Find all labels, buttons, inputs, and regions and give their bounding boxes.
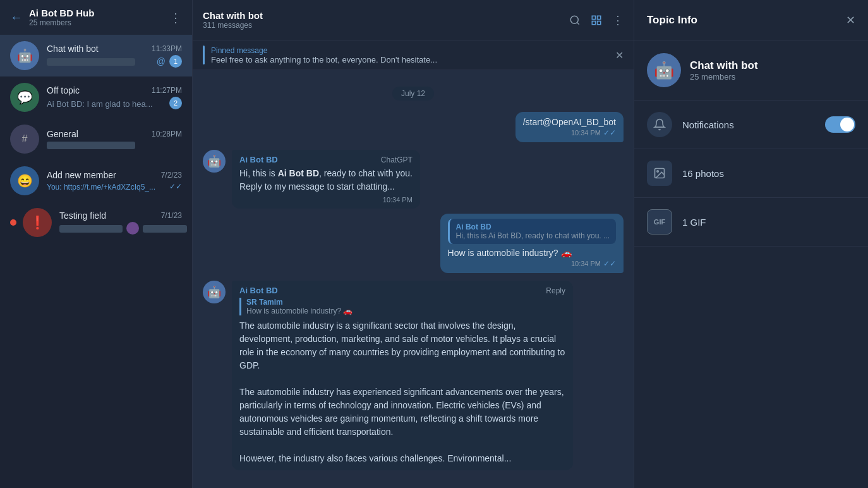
gif-label: 1 GIF <box>682 217 706 228</box>
bell-icon <box>647 112 672 137</box>
sidebar-item-time: 10:28PM <box>152 130 182 138</box>
chat-header-info: Chat with bot 311 messages <box>203 10 569 30</box>
avatar: 🤖 <box>10 41 39 70</box>
reply-button[interactable]: Reply <box>546 286 565 295</box>
chat-messages: July 12 /start@OpenAI_BD_bot 10:34 PM ✓✓… <box>193 70 634 488</box>
sidebar-item-content: Chat with bot 11:33PM @ 1 <box>47 44 182 68</box>
avatar: ❗ <box>23 208 52 237</box>
chat-header: Chat with bot 311 messages ⋮ <box>193 0 634 40</box>
pinned-title: Pinned message <box>211 46 615 55</box>
topic-close-button[interactable]: ✕ <box>846 13 855 27</box>
svg-rect-3 <box>598 16 601 19</box>
layout-button[interactable] <box>591 15 602 26</box>
check-icon: ✓✓ <box>603 128 616 137</box>
sidebar-item-off-topic[interactable]: 💬 Off topic 11:27PM Ai Bot BD: I am glad… <box>0 76 192 118</box>
topic-title: Topic Info <box>647 14 697 27</box>
quote-text: Hi, this is Ai Bot BD, ready to chat wit… <box>456 231 610 240</box>
sidebar-item-name: Add new member <box>47 170 116 180</box>
message-body: The automobile industry is a significant… <box>239 319 565 465</box>
message-bubble: Ai Bot BD Hi, this is Ai Bot BD, ready t… <box>440 214 624 273</box>
avatar: 😄 <box>10 166 39 195</box>
message-text: /start@OpenAI_BD_bot <box>523 117 616 127</box>
chat-main: Chat with bot 311 messages ⋮ Pinned mess… <box>193 0 634 488</box>
photos-icon <box>647 161 672 186</box>
gif-row[interactable]: GIF 1 GIF <box>634 198 868 247</box>
svg-rect-4 <box>592 21 595 24</box>
sidebar-items-list: 🤖 Chat with bot 11:33PM @ 1 <box>0 35 192 488</box>
sidebar-item-time: 11:33PM <box>152 44 182 53</box>
svg-point-7 <box>657 171 659 173</box>
sidebar: ← Ai Bot BD Hub 25 members ⋮ 🤖 Chat with… <box>0 0 193 488</box>
avatar: 🤖 <box>203 150 226 173</box>
reply-preview: SR Tamim How is automobile industry? 🚗 <box>239 298 565 315</box>
message-body: Hi, this is Ai Bot BD, ready to chat wit… <box>239 167 413 193</box>
svg-point-0 <box>570 16 578 23</box>
topic-avatar: 🤖 <box>647 53 681 87</box>
topic-panel: Topic Info ✕ 🤖 Chat with bot 25 members … <box>634 0 868 488</box>
avatar: 💬 <box>10 83 39 112</box>
sidebar-item-chat-with-bot[interactable]: 🤖 Chat with bot 11:33PM @ 1 <box>0 35 192 76</box>
sidebar-item-preview-2 <box>143 225 187 233</box>
photos-label: 16 photos <box>682 168 724 179</box>
outgoing-message: /start@OpenAI_BD_bot 10:34 PM ✓✓ <box>203 112 624 142</box>
back-button[interactable]: ← <box>10 10 23 25</box>
message-bubble: Ai Bot BD ChatGPT Hi, this is Ai Bot BD,… <box>232 150 420 209</box>
sidebar-item-name: Off topic <box>47 85 80 95</box>
sidebar-item-time: 7/1/23 <box>161 211 182 220</box>
topic-members: 25 members <box>690 72 758 82</box>
notifications-toggle[interactable] <box>825 116 855 133</box>
sidebar-item-name: Testing field <box>59 210 106 221</box>
topic-chat-info: Chat with bot 25 members <box>690 59 758 82</box>
sidebar-item-general[interactable]: # General 10:28PM <box>0 118 192 160</box>
date-divider: July 12 <box>203 87 624 101</box>
chat-name: Chat with bot <box>203 10 569 21</box>
pinned-content: Pinned message Feel free to ask anything… <box>211 46 615 64</box>
sidebar-item-testing-field[interactable]: ❗ Testing field 7/1/23 <box>0 202 192 243</box>
message-time: 10:34 PM <box>383 196 413 204</box>
message-time: 10:34 PM <box>571 260 601 267</box>
check-icon: ✓✓ <box>169 182 182 191</box>
svg-rect-2 <box>592 16 595 19</box>
sidebar-item-preview <box>47 142 135 149</box>
reply-author: SR Tamim <box>246 298 565 307</box>
svg-line-1 <box>577 22 579 24</box>
chat-header-actions: ⋮ <box>569 13 624 27</box>
message-text: How is automobile industry? 🚗 <box>448 248 616 258</box>
more-options-button[interactable]: ⋮ <box>612 13 624 27</box>
sidebar-item-content: General 10:28PM <box>47 129 182 149</box>
avatar: 🤖 <box>203 281 226 303</box>
message-bubble: /start@OpenAI_BD_bot 10:34 PM ✓✓ <box>515 112 624 142</box>
outgoing-reply-message: Ai Bot BD Hi, this is Ai Bot BD, ready t… <box>203 214 624 273</box>
sidebar-item-preview: Ai Bot BD: I am glad to hea... <box>47 99 153 109</box>
more-options-button[interactable]: ⋮ <box>169 10 182 25</box>
message-platform: ChatGPT <box>381 156 413 164</box>
message-time: 10:34 PM <box>571 129 601 137</box>
incoming-message: 🤖 Ai Bot BD ChatGPT Hi, this is Ai Bot B… <box>203 150 624 209</box>
notifications-row: Notifications <box>634 101 868 149</box>
sidebar-item-preview <box>59 225 123 233</box>
message-quote: Ai Bot BD Hi, this is Ai Bot BD, ready t… <box>448 219 616 244</box>
message-sender: Ai Bot BD <box>239 155 278 164</box>
date-label: July 12 <box>392 87 434 101</box>
message-count: 311 messages <box>203 21 569 30</box>
sidebar-item-content: Testing field 7/1/23 <box>59 210 182 235</box>
sidebar-header: ← Ai Bot BD Hub 25 members ⋮ <box>0 0 192 35</box>
photos-row[interactable]: 16 photos <box>634 149 868 198</box>
sidebar-item-name: Chat with bot <box>47 44 99 54</box>
sidebar-item-time: 7/2/23 <box>161 171 182 180</box>
pinned-close-button[interactable]: ✕ <box>615 49 624 61</box>
topic-header: Topic Info ✕ <box>634 0 868 40</box>
sidebar-item-content: Add new member 7/2/23 You: https://t.me/… <box>47 170 182 192</box>
pinned-banner: Pinned message Feel free to ask anything… <box>193 40 634 70</box>
purple-badge <box>126 222 139 235</box>
sidebar-item-preview: You: https://t.me/+kAdXZcIq5_... <box>47 183 155 192</box>
notifications-label: Notifications <box>682 119 825 130</box>
group-member-count: 25 members <box>29 18 94 27</box>
sidebar-item-content: Off topic 11:27PM Ai Bot BD: I am glad t… <box>47 85 182 109</box>
message-bubble: Ai Bot BD Reply SR Tamim How is automobi… <box>232 281 573 470</box>
unread-badge: 2 <box>169 97 182 109</box>
search-button[interactable] <box>569 15 581 26</box>
unread-badge: 1 <box>169 55 182 68</box>
at-icon: @ <box>157 56 166 66</box>
sidebar-item-add-new-member[interactable]: 😄 Add new member 7/2/23 You: https://t.m… <box>0 160 192 202</box>
